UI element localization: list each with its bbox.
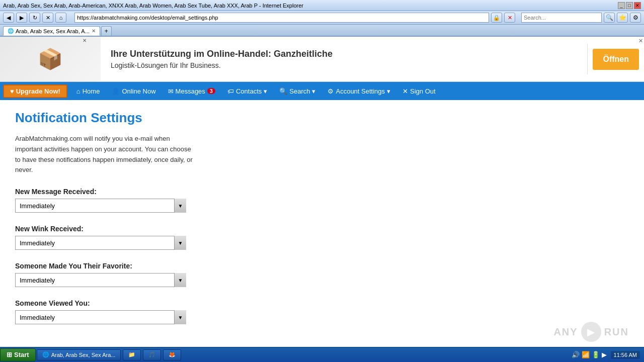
ad-image: 📦 ✕ (0, 37, 101, 82)
contacts-label: Contacts (236, 87, 262, 95)
ad-banner: 📦 ✕ Ihre Unterstützung im Online-Handel:… (0, 37, 644, 82)
watermark: ANY ▶ RUN (553, 322, 629, 342)
tab-label: Arab, Arab Sex, Sex Arab, A... (16, 28, 90, 34)
browser-title: Arab, Arab Sex, Sex Arab, Arab-American,… (3, 3, 618, 9)
ad-headline: Ihre Unterstützung im Online-Handel: Gan… (111, 49, 577, 59)
select-wrapper-0: Immediately Once Daily Never ▼ (15, 199, 186, 213)
select-new-wink[interactable]: Immediately Once Daily Never (15, 236, 186, 250)
search-label: Search (289, 87, 310, 95)
nav-search[interactable]: 🔍 Search ▾ (273, 82, 321, 100)
search-chevron-icon: ▾ (312, 87, 315, 95)
nav-home[interactable]: ⌂ Home (70, 82, 106, 100)
watermark-text-2: RUN (604, 326, 629, 338)
watermark-text: ANY (553, 326, 578, 338)
window-controls: _ □ ✕ (618, 2, 641, 9)
ad-close-button[interactable]: ✕ (638, 38, 643, 44)
account-label: Account Settings (336, 87, 385, 95)
stop-button[interactable]: ✕ (42, 13, 53, 23)
select-new-message[interactable]: Immediately Once Daily Never (15, 199, 186, 213)
search-mag-icon: 🔍 (279, 87, 287, 95)
select-wrapper-2: Immediately Once Daily Never ▼ (15, 273, 186, 287)
account-gear-icon: ⚙ (328, 87, 334, 95)
search-go-icon[interactable]: 🔍 (604, 13, 615, 23)
messages-badge: 3 (207, 88, 215, 94)
select-wrapper-1: Immediately Once Daily Never ▼ (15, 236, 186, 250)
select-wrapper-3: Immediately Once Daily Never ▼ (15, 310, 186, 324)
ad-subtext: Logistik-Lösungen für Ihr Business. (111, 61, 577, 69)
nav-contacts[interactable]: 🏷 Contacts ▾ (221, 82, 273, 100)
upgrade-button[interactable]: ♥ Upgrade Now! (3, 84, 67, 98)
page-title: Notification Settings (15, 110, 387, 126)
watermark-play-icon: ▶ (581, 322, 601, 342)
close-button[interactable]: ✕ (634, 2, 641, 9)
messages-icon: ✉ (168, 87, 174, 95)
online-label: Online Now (122, 87, 155, 95)
signout-icon: ✕ (403, 87, 408, 95)
refresh-button[interactable]: ↻ (29, 13, 40, 23)
setting-label-3: Someone Viewed You: (15, 299, 387, 307)
upgrade-heart-icon: ♥ (10, 87, 14, 95)
browser-tabs: 🌐 Arab, Arab Sex, Sex Arab, A... ✕ + (0, 25, 644, 37)
restore-button[interactable]: □ (626, 2, 633, 9)
setting-group-new-message: New Message Received: Immediately Once D… (15, 188, 387, 213)
forward-button[interactable]: ▶ (16, 13, 27, 23)
lock-icon: 🔒 (491, 13, 502, 23)
browser-titlebar: Arab, Arab Sex, Sex Arab, Arab-American,… (0, 0, 644, 11)
nav-signout[interactable]: ✕ Sign Out (396, 82, 442, 100)
contacts-tag-icon: 🏷 (227, 87, 234, 95)
back-button[interactable]: ◀ (3, 13, 14, 23)
ad-open-button[interactable]: Öffnen (593, 49, 639, 70)
tools-icon[interactable]: ⚙ (630, 13, 641, 23)
setting-group-viewed: Someone Viewed You: Immediately Once Dai… (15, 299, 387, 324)
go-button[interactable]: ✕ (504, 13, 515, 23)
tab-favicon: 🌐 (8, 28, 14, 34)
contacts-chevron-icon: ▾ (264, 87, 267, 95)
select-favorite[interactable]: Immediately Once Daily Never (15, 273, 186, 287)
online-icon: 👤 (112, 87, 120, 95)
nav-messages[interactable]: ✉ Messages 3 (162, 82, 221, 100)
home-icon: ⌂ (76, 87, 80, 95)
setting-group-new-wink: New Wink Received: Immediately Once Dail… (15, 225, 387, 250)
setting-label-0: New Message Received: (15, 188, 387, 196)
browser-toolbar: ◀ ▶ ↻ ✕ ⌂ 🔒 ✕ 🔍 ⭐ ⚙ (0, 11, 644, 25)
active-tab[interactable]: 🌐 Arab, Arab Sex, Sex Arab, A... ✕ (3, 26, 100, 36)
ad-x-icon[interactable]: ✕ (83, 38, 87, 43)
account-chevron-icon: ▾ (387, 87, 390, 95)
new-tab-button[interactable]: + (101, 26, 112, 36)
search-input[interactable] (521, 13, 602, 23)
address-bar[interactable] (74, 13, 489, 23)
page-description: ArabMatchmaking.com will notify you via … (15, 134, 196, 175)
upgrade-label: Upgrade Now! (16, 87, 60, 95)
select-viewed[interactable]: Immediately Once Daily Never (15, 310, 186, 324)
minimize-button[interactable]: _ (618, 2, 625, 9)
nav-account[interactable]: ⚙ Account Settings ▾ (321, 82, 396, 100)
page-content: Notification Settings ArabMatchmaking.co… (0, 100, 403, 346)
main-navigation: ♥ Upgrade Now! ⌂ Home 👤 Online Now ✉ Mes… (0, 82, 644, 100)
setting-label-2: Someone Made You Their Favorite: (15, 262, 387, 270)
messages-label: Messages (176, 87, 205, 95)
home-nav-button[interactable]: ⌂ (55, 13, 66, 23)
setting-group-favorite: Someone Made You Their Favorite: Immedia… (15, 262, 387, 287)
home-label: Home (83, 87, 100, 95)
ad-text-area: Ihre Unterstützung im Online-Handel: Gan… (101, 44, 588, 74)
signout-label: Sign Out (410, 87, 436, 95)
setting-label-1: New Wink Received: (15, 225, 387, 233)
tab-close-button[interactable]: ✕ (92, 28, 96, 34)
favorites-icon[interactable]: ⭐ (617, 13, 628, 23)
nav-online-now[interactable]: 👤 Online Now (106, 82, 162, 100)
